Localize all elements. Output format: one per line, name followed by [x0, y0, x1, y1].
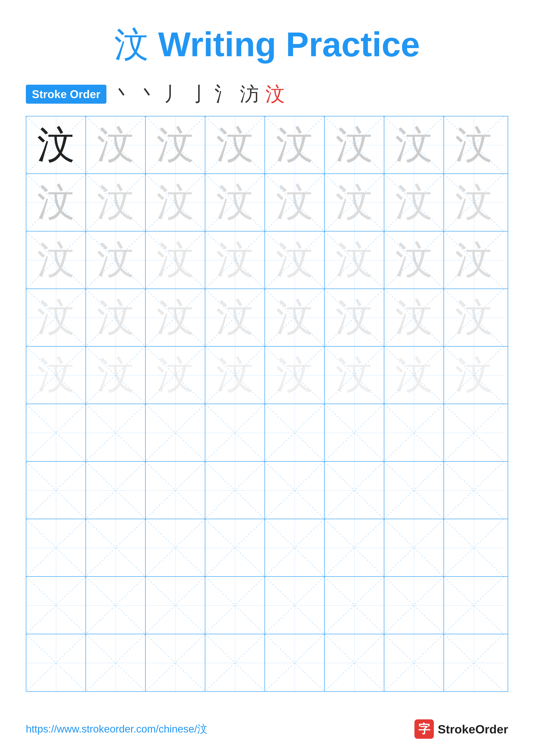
- grid-cell: [265, 519, 325, 576]
- grid-cell: [146, 577, 205, 634]
- grid-row: [26, 404, 508, 462]
- grid-cell: [444, 634, 504, 691]
- svg-line-118: [205, 519, 265, 576]
- grid-cell: [205, 577, 265, 634]
- svg-line-112: [26, 519, 86, 576]
- svg-line-125: [384, 519, 444, 576]
- grid-cell: [26, 462, 86, 519]
- svg-line-100: [146, 462, 205, 519]
- svg-line-107: [325, 462, 384, 519]
- grid-row: [26, 519, 508, 577]
- svg-line-155: [325, 634, 384, 691]
- grid-cell: [384, 634, 444, 691]
- svg-line-81: [26, 404, 86, 461]
- grid-cell: [384, 577, 444, 634]
- svg-line-105: [265, 462, 324, 519]
- svg-line-138: [325, 577, 384, 634]
- svg-line-96: [26, 462, 86, 519]
- grid-cell: 汶: [26, 231, 86, 288]
- grid-cell: [205, 404, 265, 461]
- svg-line-141: [384, 577, 444, 634]
- grid-cell: [146, 462, 205, 519]
- svg-line-113: [26, 519, 86, 576]
- svg-line-104: [265, 462, 324, 519]
- svg-line-102: [205, 462, 265, 519]
- svg-line-158: [444, 634, 504, 691]
- svg-line-111: [444, 462, 504, 519]
- grid-cell: 汶: [265, 346, 325, 404]
- svg-line-103: [205, 462, 265, 519]
- grid-row: 汶 汶 汶 汶 汶 汶 汶 汶: [26, 289, 508, 346]
- svg-line-123: [325, 519, 384, 576]
- grid-cell: 汶: [325, 289, 384, 346]
- grid-cell: [146, 519, 205, 576]
- svg-line-135: [205, 577, 265, 634]
- grid-row: [26, 577, 508, 634]
- grid-cell: [146, 404, 205, 461]
- svg-line-84: [146, 404, 205, 461]
- grid-cell: 汶: [146, 174, 205, 231]
- grid-row: [26, 462, 508, 519]
- footer-url[interactable]: https://www.strokeorder.com/chinese/汶: [26, 722, 207, 736]
- svg-line-106: [325, 462, 384, 519]
- svg-line-86: [205, 404, 265, 461]
- grid-cell: [325, 519, 384, 576]
- svg-line-159: [444, 634, 504, 691]
- svg-line-124: [384, 519, 444, 576]
- svg-line-88: [265, 404, 324, 461]
- grid-cell: [444, 577, 504, 634]
- grid-cell: [444, 519, 504, 576]
- grid-cell: 汶: [384, 116, 444, 174]
- svg-line-91: [325, 404, 384, 461]
- svg-line-101: [146, 462, 205, 519]
- grid-cell: 汶: [265, 289, 325, 346]
- svg-line-143: [444, 577, 504, 634]
- svg-line-145: [26, 634, 86, 691]
- grid-row: [26, 634, 508, 691]
- grid-cell: [384, 404, 444, 461]
- svg-line-116: [146, 519, 205, 576]
- grid-cell: 汶: [146, 346, 205, 404]
- svg-line-146: [86, 634, 145, 691]
- footer-logo-icon: 字: [415, 719, 434, 739]
- grid-cell: [384, 519, 444, 576]
- svg-line-82: [86, 404, 145, 461]
- stroke-order-chars: 丶 丶 丿 亅 氵 汸 汶: [113, 81, 289, 107]
- grid-cell: [86, 634, 146, 691]
- title-text: Writing Practice: [149, 25, 420, 64]
- svg-line-157: [384, 634, 444, 691]
- grid-cell: 汶: [26, 289, 86, 346]
- svg-line-139: [325, 577, 384, 634]
- svg-line-130: [86, 577, 145, 634]
- svg-line-115: [86, 519, 145, 576]
- grid-cell: [265, 577, 325, 634]
- grid-cell: 汶: [265, 174, 325, 231]
- svg-line-85: [146, 404, 205, 461]
- svg-line-110: [444, 462, 504, 519]
- grid-cell: 汶: [146, 289, 205, 346]
- svg-line-109: [384, 462, 444, 519]
- grid-cell: 汶: [444, 116, 504, 174]
- svg-line-137: [265, 577, 324, 634]
- svg-line-148: [146, 634, 205, 691]
- grid-cell: 汶: [205, 231, 265, 288]
- grid-cell: 汶: [26, 174, 86, 231]
- page-title: 汶 Writing Practice: [0, 0, 534, 68]
- stroke-order-row: Stroke Order 丶 丶 丿 亅 氵 汸 汶: [26, 81, 534, 107]
- grid-cell: 汶: [444, 231, 504, 288]
- svg-line-98: [86, 462, 145, 519]
- svg-line-117: [146, 519, 205, 576]
- footer-logo: 字 StrokeOrder: [415, 719, 508, 739]
- svg-line-121: [265, 519, 324, 576]
- grid-cell: 汶: [86, 231, 146, 288]
- grid-cell: 汶: [325, 174, 384, 231]
- svg-line-154: [325, 634, 384, 691]
- svg-line-87: [205, 404, 265, 461]
- svg-line-93: [384, 404, 444, 461]
- writing-grid: 汶 汶 汶 汶 汶 汶 汶 汶: [26, 116, 508, 692]
- grid-row: 汶 汶 汶 汶 汶 汶 汶 汶: [26, 231, 508, 289]
- grid-cell: 汶: [86, 289, 146, 346]
- grid-cell: [26, 577, 86, 634]
- grid-cell: [146, 634, 205, 691]
- grid-cell: [265, 462, 325, 519]
